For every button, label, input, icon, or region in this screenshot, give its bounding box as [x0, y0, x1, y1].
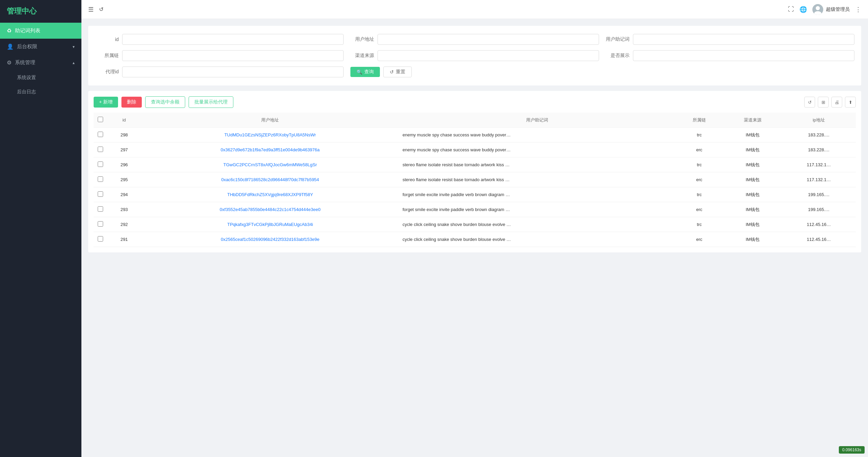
row-id-3: 295: [107, 172, 141, 187]
address-link-2[interactable]: TGwGC2PCCrnST8xAfQJocGw6mMWe58LgSr: [224, 162, 317, 167]
filter-input-isshow[interactable]: [633, 50, 854, 61]
delete-button[interactable]: 删除: [121, 97, 142, 108]
filter-row-chain: 所属链: [95, 50, 344, 61]
filter-input-chain[interactable]: [122, 50, 344, 61]
address-link-5[interactable]: 0xf3552e45ab7855b0e4484c22c1c4754d444e3e…: [220, 207, 321, 212]
filter-label-chain: 所属链: [95, 53, 119, 59]
row-address-4: THbDD5FdRkchZ5XVgjq9re68XJXP9Tf58Y: [141, 187, 399, 202]
col-header-address: 用户地址: [141, 113, 399, 128]
header-left: ☰ ↺: [88, 6, 103, 13]
address-link-0[interactable]: TUdMDu1GEzsNSjZEPz6RXobyTpU8A5NsWr: [224, 132, 316, 137]
row-select-0[interactable]: [98, 132, 103, 137]
batch-show-button[interactable]: 批量展示给代理: [189, 96, 233, 108]
address-link-6[interactable]: TPqkafxg3FTvCGkPj8bJGRuMaEUgcAb34i: [227, 222, 313, 227]
select-all-checkbox[interactable]: [98, 117, 103, 122]
add-button[interactable]: + 新增: [94, 97, 118, 108]
performance-badge: 0.096163s: [839, 446, 865, 454]
row-ip-3: 117.132.1…: [782, 172, 856, 187]
row-mnemonic-4: forget smile excite invite paddle verb b…: [399, 187, 675, 202]
row-checkbox-3: [94, 172, 107, 187]
main-area: ☰ ↺ ⛶ 🌐 超级管理员 ⋮ id: [81, 0, 868, 457]
filter-input-mnemonic[interactable]: [633, 34, 854, 45]
print-button[interactable]: 🖨: [831, 97, 842, 108]
row-ip-4: 199.165.…: [782, 187, 856, 202]
sidebar-item-logs[interactable]: 后台日志: [0, 85, 81, 99]
filter-input-address[interactable]: [378, 34, 599, 45]
refresh-button[interactable]: ↺: [99, 6, 103, 13]
filter-row-channel: 渠道来源: [350, 50, 599, 61]
filter-card: id 用户地址 用户助记词 所属链 渠道来源: [88, 26, 861, 85]
row-channel-0: IM钱包: [723, 128, 782, 142]
row-select-7[interactable]: [98, 236, 103, 242]
reset-button[interactable]: ↺ 重置: [383, 66, 412, 77]
table-header-row: id 用户地址 用户助记词 所属链 渠道来源 ip地址: [94, 113, 856, 128]
more-button[interactable]: ⋮: [855, 6, 861, 13]
menu-toggle-button[interactable]: ☰: [88, 6, 94, 13]
user-menu[interactable]: 超级管理员: [812, 4, 850, 15]
row-select-1[interactable]: [98, 147, 103, 152]
fullscreen-button[interactable]: ⛶: [788, 6, 794, 13]
check-balance-button[interactable]: 查询选中余额: [145, 96, 185, 108]
row-ip-6: 112.45.16…: [782, 217, 856, 232]
row-channel-1: IM钱包: [723, 142, 782, 157]
row-chain-2: trc: [675, 157, 724, 172]
address-link-4[interactable]: THbDD5FdRkchZ5XVgjq9re68XJXP9Tf58Y: [227, 192, 313, 197]
row-id-7: 291: [107, 232, 141, 247]
address-link-7[interactable]: 0x2565ceaf1c50269096b2422f332d163abf153e…: [221, 237, 320, 242]
username-label: 超级管理员: [826, 6, 850, 13]
filter-label-isshow: 是否展示: [606, 53, 630, 59]
refresh-table-button[interactable]: ↺: [804, 97, 815, 108]
row-mnemonic-0: enemy muscle spy chase success wave budd…: [399, 128, 675, 142]
query-button[interactable]: 🔍 查询: [350, 67, 380, 77]
filter-input-channel[interactable]: [378, 50, 599, 61]
row-address-1: 0x3627d9e672b1f9a7ed9a3ff51e004de9b46397…: [141, 142, 399, 157]
data-table: id 用户地址 用户助记词 所属链 渠道来源 ip地址 298 TUdMDu1G…: [94, 113, 856, 247]
col-header-chain: 所属链: [675, 113, 724, 128]
header: ☰ ↺ ⛶ 🌐 超级管理员 ⋮: [81, 0, 868, 19]
row-address-2: TGwGC2PCCrnST8xAfQJocGw6mMWe58LgSr: [141, 157, 399, 172]
row-select-3[interactable]: [98, 176, 103, 182]
filter-row-mnemonic: 用户助记词: [606, 34, 854, 45]
filter-input-id[interactable]: [122, 34, 344, 45]
row-checkbox-7: [94, 232, 107, 247]
table-row: 297 0x3627d9e672b1f9a7ed9a3ff51e004de9b4…: [94, 142, 856, 157]
row-select-6[interactable]: [98, 221, 103, 227]
row-chain-4: trc: [675, 187, 724, 202]
export-button[interactable]: ⬆: [845, 97, 856, 108]
mnemonics-icon: ♻: [7, 27, 12, 34]
row-checkbox-1: [94, 142, 107, 157]
content-area: id 用户地址 用户助记词 所属链 渠道来源: [81, 19, 868, 457]
row-id-5: 293: [107, 202, 141, 217]
row-id-6: 292: [107, 217, 141, 232]
row-select-5[interactable]: [98, 206, 103, 212]
row-id-2: 296: [107, 157, 141, 172]
reset-button-label: 重置: [396, 69, 405, 75]
filter-label-mnemonic: 用户助记词: [606, 36, 630, 42]
table-row: 293 0xf3552e45ab7855b0e4484c22c1c4754d44…: [94, 202, 856, 217]
sidebar-item-settings[interactable]: 系统设置: [0, 71, 81, 85]
sidebar-item-mnemonics[interactable]: ♻ 助记词列表: [0, 23, 81, 39]
filter-label-id: id: [95, 37, 119, 42]
col-header-ip: ip地址: [782, 113, 856, 128]
row-channel-6: IM钱包: [723, 217, 782, 232]
filter-grid: id 用户地址 用户助记词 所属链 渠道来源: [95, 34, 854, 77]
filter-input-agentid[interactable]: [122, 66, 344, 77]
globe-button[interactable]: 🌐: [799, 6, 807, 13]
header-right: ⛶ 🌐 超级管理员 ⋮: [788, 4, 861, 15]
row-id-1: 297: [107, 142, 141, 157]
sidebar-item-permissions[interactable]: 👤 后台权限 ▾: [0, 39, 81, 55]
filter-actions-row: 🔍 查询 ↺ 重置: [350, 66, 599, 77]
row-address-6: TPqkafxg3FTvCGkPj8bJGRuMaEUgcAb34i: [141, 217, 399, 232]
row-select-2[interactable]: [98, 161, 103, 167]
sidebar-item-system[interactable]: ⚙ 系统管理 ▴: [0, 55, 81, 71]
row-ip-1: 183.228.…: [782, 142, 856, 157]
row-address-0: TUdMDu1GEzsNSjZEPz6RXobyTpU8A5NsWr: [141, 128, 399, 142]
row-select-4[interactable]: [98, 191, 103, 197]
address-link-1[interactable]: 0x3627d9e672b1f9a7ed9a3ff51e004de9b46397…: [220, 147, 320, 152]
row-checkbox-5: [94, 202, 107, 217]
address-link-3[interactable]: 0xac6c150c8f7186528c2d966448f70dc7f87b59…: [221, 177, 319, 182]
sidebar-item-mnemonics-label: 助记词列表: [15, 27, 40, 34]
column-layout-button[interactable]: ⊞: [818, 97, 829, 108]
col-header-mnemonic: 用户助记词: [399, 113, 675, 128]
row-checkbox-4: [94, 187, 107, 202]
